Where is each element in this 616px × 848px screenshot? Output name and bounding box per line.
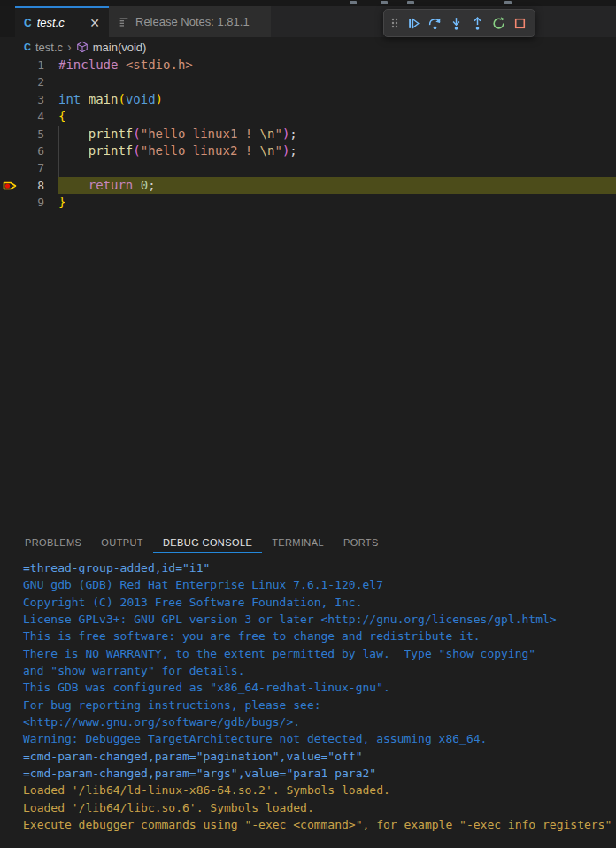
code-line[interactable]: 9}	[0, 194, 616, 211]
chevron-right-icon: ›	[67, 40, 72, 54]
vscode-window: C test.c ✕ Release Notes: 1.81.1	[0, 0, 616, 848]
tab-ports[interactable]: PORTS	[334, 531, 389, 553]
editor-code: 1#include <stdio.h>23int main(void)4{5 p…	[0, 57, 616, 212]
line-number: 1	[37, 57, 44, 73]
console-line: There is NO WARRANTY, to the extent perm…	[23, 645, 616, 662]
editor-gutter[interactable]: 3	[0, 91, 58, 108]
continue-button[interactable]	[403, 12, 424, 34]
tab-release-notes[interactable]: Release Notes: 1.81.1	[109, 6, 272, 37]
tab-label: test.c	[37, 16, 83, 29]
line-number: 6	[37, 143, 44, 159]
close-icon[interactable]: ✕	[89, 17, 100, 29]
console-line: Warning: Debuggee TargetArchitecture not…	[23, 730, 616, 747]
line-number: 4	[37, 108, 44, 125]
code-text[interactable]: }	[58, 194, 616, 211]
breadcrumb-file[interactable]: test.c	[35, 41, 63, 54]
debug-console-output[interactable]: =thread-group-added,id="i1"GNU gdb (GDB)…	[0, 556, 616, 834]
tab-bar-left-edge	[0, 6, 15, 37]
code-line[interactable]: 4{	[0, 108, 616, 125]
code-text[interactable]: int main(void)	[58, 91, 616, 108]
breadcrumb-symbol[interactable]: main(void)	[93, 41, 147, 54]
line-number: 9	[37, 194, 44, 211]
cube-symbol-icon	[76, 41, 89, 53]
code-line[interactable]: 8 return 0;	[0, 177, 616, 194]
console-line: License GPLv3+: GNU GPL version 3 or lat…	[23, 611, 616, 628]
tab-test-c[interactable]: C test.c ✕	[15, 6, 109, 37]
console-line: =thread-group-added,id="i1"	[23, 559, 616, 576]
tab-problems[interactable]: PROBLEMS	[15, 531, 91, 553]
line-number: 5	[37, 126, 44, 143]
editor-gutter[interactable]: 2	[0, 73, 58, 90]
titlebar-icon-fragment	[381, 1, 388, 4]
tab-terminal[interactable]: TERMINAL	[262, 531, 334, 553]
console-line: <http://www.gnu.org/software/gdb/bugs/>.	[23, 713, 616, 730]
console-line: and "show warranty" for details.	[23, 662, 616, 679]
console-line: Loaded '/lib64/ld-linux-x86-64.so.2'. Sy…	[23, 782, 616, 798]
code-text[interactable]: printf("hello linux1 ! \n");	[58, 126, 616, 143]
code-text[interactable]: #include <stdio.h>	[58, 57, 616, 73]
console-line: For bug reporting instructions, please s…	[23, 697, 616, 713]
code-line[interactable]: 5 printf("hello linux1 ! \n");	[0, 126, 616, 143]
code-line[interactable]: 3int main(void)	[0, 91, 616, 108]
panel-tab-bar: PROBLEMS OUTPUT DEBUG CONSOLE TERMINAL P…	[0, 528, 616, 556]
code-line[interactable]: 6 printf("hello linux2 ! \n");	[0, 143, 616, 159]
console-line: Loaded '/lib64/libc.so.6'. Symbols loade…	[23, 799, 616, 816]
bottom-panel: PROBLEMS OUTPUT DEBUG CONSOLE TERMINAL P…	[0, 528, 616, 848]
console-line: This GDB was configured as "x86_64-redha…	[23, 679, 616, 696]
c-language-icon: C	[24, 17, 32, 29]
gripper-icon[interactable]	[389, 12, 401, 34]
release-notes-list-icon	[118, 16, 130, 28]
editor-gutter[interactable]: 6	[0, 143, 58, 159]
code-text[interactable]: printf("hello linux2 ! \n");	[58, 143, 616, 159]
tab-label: Release Notes: 1.81.1	[135, 15, 262, 28]
code-text[interactable]	[58, 159, 616, 176]
titlebar-icon-fragment	[504, 1, 512, 4]
code-line[interactable]: 7	[0, 159, 616, 176]
code-text[interactable]	[58, 73, 616, 90]
line-number: 3	[37, 91, 44, 108]
editor-gutter[interactable]: 8	[0, 177, 58, 194]
code-line[interactable]: 1#include <stdio.h>	[0, 57, 616, 73]
console-line: =cmd-param-changed,param="args",value="p…	[23, 765, 616, 782]
restart-button[interactable]	[488, 12, 509, 34]
stop-button[interactable]	[509, 12, 530, 34]
tab-debug-console[interactable]: DEBUG CONSOLE	[153, 531, 262, 553]
code-line[interactable]: 2	[0, 73, 616, 90]
step-over-button[interactable]	[424, 12, 445, 34]
debug-toolbar	[383, 9, 535, 37]
titlebar-sliver	[0, 0, 616, 6]
c-language-icon: C	[24, 42, 31, 52]
console-line: This is free software: you are free to c…	[23, 628, 616, 644]
step-out-button[interactable]	[466, 12, 488, 34]
line-number: 8	[37, 177, 44, 194]
code-editor[interactable]: 1#include <stdio.h>23int main(void)4{5 p…	[0, 57, 616, 528]
code-text[interactable]: {	[58, 108, 616, 125]
editor-gutter[interactable]: 9	[0, 194, 58, 211]
step-into-button[interactable]	[445, 12, 466, 34]
line-number: 7	[37, 159, 44, 176]
breadcrumb: C test.c › main(void)	[0, 37, 616, 57]
editor-gutter[interactable]: 5	[0, 126, 58, 143]
line-number: 2	[37, 73, 44, 90]
console-line: =cmd-param-changed,param="pagination",va…	[23, 748, 616, 765]
titlebar-icon-fragment	[350, 1, 357, 4]
debug-arrow-breakpoint-icon	[3, 179, 18, 193]
console-line: Execute debugger commands using "-exec <…	[23, 816, 616, 833]
editor-gutter[interactable]: 7	[0, 159, 58, 176]
editor-gutter[interactable]: 4	[0, 108, 58, 125]
console-line: Copyright (C) 2013 Free Software Foundat…	[23, 594, 616, 611]
code-text[interactable]: return 0;	[58, 177, 616, 194]
titlebar-icon-fragment	[407, 1, 414, 4]
editor-gutter[interactable]: 1	[0, 57, 58, 73]
console-line: GNU gdb (GDB) Red Hat Enterprise Linux 7…	[23, 576, 616, 593]
tab-output[interactable]: OUTPUT	[91, 531, 153, 553]
